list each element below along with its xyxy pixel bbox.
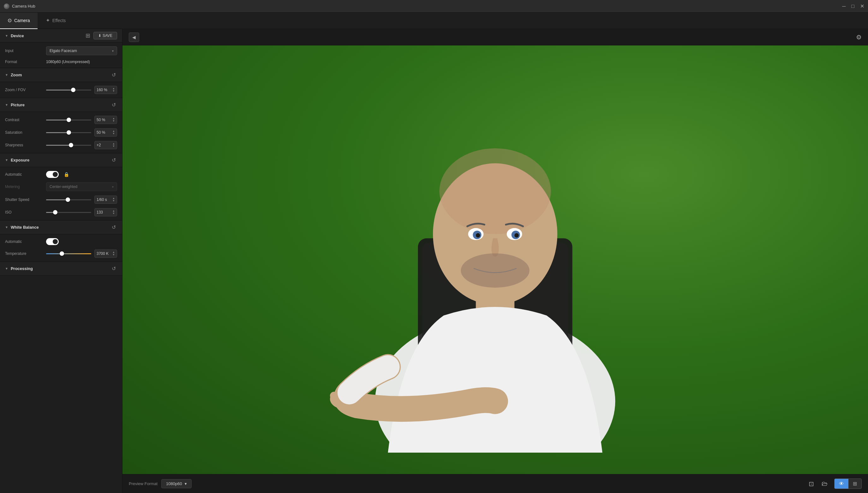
exposure-reset-button[interactable]: ↺ [110,156,117,164]
sharpness-down[interactable]: ▼ [112,145,115,148]
sharpness-spinners[interactable]: ▲ ▼ [112,143,115,148]
zoom-spinners[interactable]: ▲ ▼ [112,87,115,92]
titlebar-controls[interactable]: ─ □ ✕ [842,4,864,9]
zoom-reset-button[interactable]: ↺ [110,71,117,79]
camera-tab-icon: ⊙ [7,17,12,23]
tab-effects[interactable]: ✦ Effects [38,13,74,29]
saturation-down[interactable]: ▼ [112,132,115,135]
temperature-down[interactable]: ▼ [112,254,115,256]
saturation-spinners[interactable]: ▲ ▼ [112,130,115,135]
saturation-slider[interactable] [46,129,91,136]
zoom-value: 160 % [97,88,107,92]
folder-button[interactable]: 🗁 [820,479,829,489]
zoom-thumb[interactable] [71,88,76,92]
processing-section-header[interactable]: ▼ Processing ↺ [0,262,122,276]
sidebar-toggle-button[interactable]: ◀ [129,33,139,42]
minimize-button[interactable]: ─ [842,4,846,9]
saturation-thumb[interactable] [67,130,71,135]
temperature-spinners[interactable]: ▲ ▼ [112,251,115,256]
iso-value-input[interactable]: 133 ▲ ▼ [95,208,117,216]
camera-bg [122,45,868,474]
wb-chevron: ▼ [5,226,8,229]
exposure-auto-toggle[interactable] [46,171,59,178]
input-value: Elgato Facecam [49,48,77,53]
shutter-row: Shutter Speed 1/60 s ▲ ▼ [5,196,117,204]
shutter-slider[interactable] [46,196,91,203]
svg-point-5 [439,148,551,234]
temperature-value-input[interactable]: 3700 K ▲ ▼ [95,250,117,258]
view-grid-button[interactable]: ⊞ [848,479,861,489]
shutter-down[interactable]: ▼ [112,200,115,202]
sharpness-track [46,145,91,146]
zoom-section-header[interactable]: ▼ Zoom ↺ [0,68,122,82]
processing-label: Processing [11,266,33,271]
iso-down[interactable]: ▼ [112,212,115,215]
temperature-slider[interactable] [46,251,91,257]
wb-reset-button[interactable]: ↺ [110,223,117,231]
wb-auto-label: Automatic [5,239,43,244]
tab-camera[interactable]: ⊙ Camera [0,13,38,29]
shutter-track [46,199,91,200]
exposure-section-header[interactable]: ▼ Exposure ↺ [0,153,122,167]
contrast-spinners[interactable]: ▲ ▼ [112,117,115,122]
zoom-value-input[interactable]: 160 % ▲ ▼ [95,86,117,94]
device-header-left: ▼ Device [5,34,24,38]
screenshot-button[interactable]: ⊡ [807,479,815,489]
contrast-thumb[interactable] [67,117,71,122]
camera-tab-label: Camera [14,18,30,23]
contrast-down[interactable]: ▼ [112,120,115,122]
temperature-row: Temperature 3700 K ▲ ▼ [5,250,117,258]
wb-section-header[interactable]: ▼ White Balance ↺ [0,220,122,234]
preview-bottombar: Preview Format 1080p60 ▾ ⊡ 🗁 👁 ⊞ [122,474,868,493]
saturation-value-input[interactable]: 50 % ▲ ▼ [95,128,117,136]
zoom-fill [46,90,73,90]
filter-button[interactable]: ⊞ [85,31,91,40]
metering-value: Center-weighted [49,185,77,189]
picture-chevron: ▼ [5,103,8,107]
titlebar-left: Camera Hub [4,3,35,9]
camera-preview [122,45,868,474]
shutter-spinners[interactable]: ▲ ▼ [112,197,115,202]
contrast-slider[interactable] [46,117,91,123]
contrast-value: 50 % [97,117,105,122]
zoom-label: Zoom [11,72,22,77]
exposure-chevron: ▼ [5,158,8,162]
wb-auto-toggle[interactable] [46,238,59,245]
device-section-header[interactable]: ▼ Device ⊞ ⬇ SAVE [0,29,122,43]
iso-slider[interactable] [46,209,91,215]
device-section-content: Input Elgato Facecam ▾ Format 1080p60 (U… [0,43,122,68]
settings-button[interactable]: ⚙ [856,34,862,41]
exposure-auto-row: Automatic 🔒 [5,171,117,178]
exposure-section-content: Automatic 🔒 Metering Center-weighted ▾ [0,167,122,220]
preview-format-dropdown[interactable]: 1080p60 ▾ [161,479,192,488]
picture-section-header[interactable]: ▼ Picture ↺ [0,98,122,112]
contrast-value-input[interactable]: 50 % ▲ ▼ [95,116,117,124]
temperature-value: 3700 K [97,251,108,256]
picture-reset-button[interactable]: ↺ [110,101,117,108]
svg-point-11 [515,233,519,237]
preview-topbar: ◀ ⚙ [122,29,868,45]
save-button[interactable]: ⬇ SAVE [94,32,117,39]
view-single-button[interactable]: 👁 [834,479,848,489]
sharpness-value-input[interactable]: +2 ▲ ▼ [95,141,117,149]
shutter-thumb[interactable] [66,197,70,202]
input-dropdown[interactable]: Elgato Facecam ▾ [46,46,117,55]
iso-label: ISO [5,210,43,214]
zoom-down[interactable]: ▼ [112,90,115,92]
shutter-label: Shutter Speed [5,197,43,202]
wb-auto-thumb [53,239,58,244]
processing-reset-button[interactable]: ↺ [110,265,117,272]
maximize-button[interactable]: □ [851,4,854,9]
iso-spinners[interactable]: ▲ ▼ [112,210,115,215]
close-button[interactable]: ✕ [860,4,864,9]
sharpness-thumb[interactable] [69,143,73,147]
metering-dropdown[interactable]: Center-weighted ▾ [46,182,117,191]
zoom-slider[interactable] [46,87,91,93]
shutter-value-input[interactable]: 1/60 s ▲ ▼ [95,196,117,204]
sharpness-slider[interactable] [46,142,91,148]
save-label: SAVE [103,34,112,38]
iso-thumb[interactable] [53,210,58,214]
temperature-thumb[interactable] [60,251,64,256]
svg-point-10 [476,233,480,237]
bottom-controls: ⊡ 🗁 👁 ⊞ [807,478,862,489]
